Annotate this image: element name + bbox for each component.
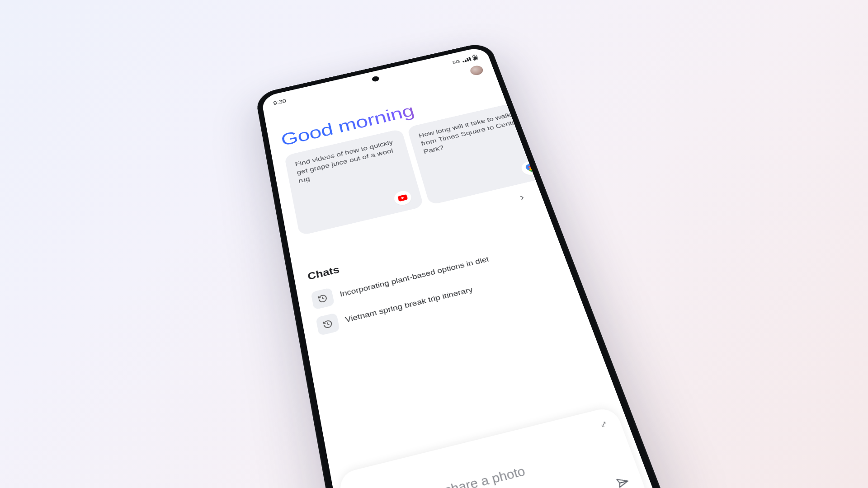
compose-actions [364,469,633,488]
battery-icon [472,55,478,61]
status-indicators: 5G [452,55,478,65]
status-time: 9:30 [273,98,287,107]
send-icon[interactable] [614,475,631,488]
cellular-icon [462,57,471,63]
phone-screen: 9:30 5G Good morning Find videos of how … [261,46,661,488]
youtube-icon [392,189,413,206]
svg-line-5 [620,481,628,483]
promo-backdrop: 9:30 5G Good morning Find videos of how … [0,0,868,488]
text-input[interactable]: Type, talk, or share a photo [358,441,619,488]
phone-device: 9:30 5G Good morning Find videos of how … [255,41,671,488]
compose-bar[interactable]: ⤢ Type, talk, or share a photo [338,406,651,488]
network-label: 5G [452,59,461,65]
expand-icon[interactable]: ⤢ [599,419,609,429]
suggestion-card-peek[interactable] [528,92,591,175]
input-placeholder: Type, talk, or share a photo [364,464,527,488]
svg-marker-4 [617,477,629,488]
history-icon [316,313,340,336]
